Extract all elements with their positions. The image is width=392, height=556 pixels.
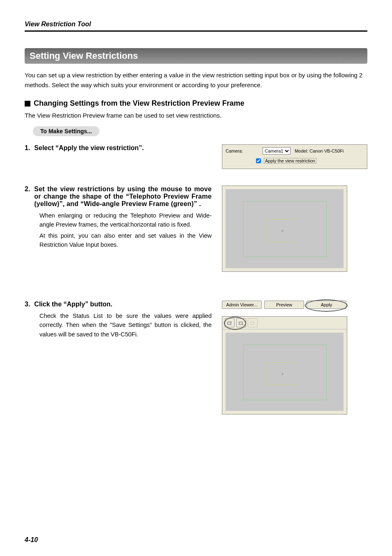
telephoto-preview-frame[interactable]: +: [266, 219, 300, 242]
steps-label-pill: To Make Settings...: [33, 126, 99, 136]
apply-view-restriction-checkbox[interactable]: [256, 158, 261, 163]
screenshot-panorama-preview: +: [222, 185, 347, 272]
step2-title: Set the view restrictions by using the m…: [34, 185, 212, 208]
step2-body-2: At this point, you can also enter and se…: [39, 231, 212, 250]
camera-select[interactable]: Camera1: [263, 147, 291, 155]
step1-number: 1.: [25, 144, 30, 152]
crosshair-icon: +: [281, 371, 284, 376]
camera-label: Camera:: [226, 148, 243, 153]
telephoto-preview-frame[interactable]: +: [266, 362, 300, 385]
model-label: Model: Canon VB-C50Fi: [295, 148, 344, 153]
step3-body: Check the Status List to be sure the val…: [39, 311, 212, 339]
subsection-description: The View Restriction Preview frame can b…: [25, 112, 367, 119]
step2-number: 2.: [25, 185, 30, 193]
callout-circle-icon: [224, 317, 246, 330]
preview-button[interactable]: Preview: [264, 301, 304, 309]
apply-view-restriction-label: Apply the view restriction: [264, 158, 316, 164]
page-number: 4-10: [25, 536, 38, 544]
intro-paragraph: You can set up a view restriction by eit…: [25, 70, 367, 90]
subsection-title: Changing Settings from the View Restrict…: [34, 99, 244, 108]
step3-title: Click the “Apply” button.: [34, 301, 212, 308]
panorama-area: +: [226, 333, 344, 411]
disabled-tool-icon: [250, 321, 255, 325]
screenshot-tool-window: +: [222, 316, 347, 415]
subsection-heading: Changing Settings from the View Restrict…: [25, 99, 367, 108]
section-heading: Setting View Restrictions: [25, 48, 367, 64]
toolbar-button-3: [248, 318, 258, 327]
step2-body-1: When enlarging or reducing the Telephoto…: [39, 211, 212, 229]
callout-circle-icon: [305, 299, 348, 312]
step1-title: Select “Apply the view restriction”.: [34, 144, 212, 152]
panorama-area: +: [226, 189, 344, 268]
square-bullet-icon: [25, 101, 30, 107]
admin-viewer-button[interactable]: Admin Viewer...: [222, 301, 262, 309]
running-header: View Restriction Tool: [25, 21, 367, 28]
crosshair-icon: +: [281, 228, 284, 233]
screenshot-camera-panel: Camera: Camera1 Model: Canon VB-C50Fi Ap…: [222, 144, 367, 169]
header-rule: [25, 30, 367, 32]
svg-rect-2: [251, 322, 254, 324]
step3-number: 3.: [25, 301, 30, 308]
